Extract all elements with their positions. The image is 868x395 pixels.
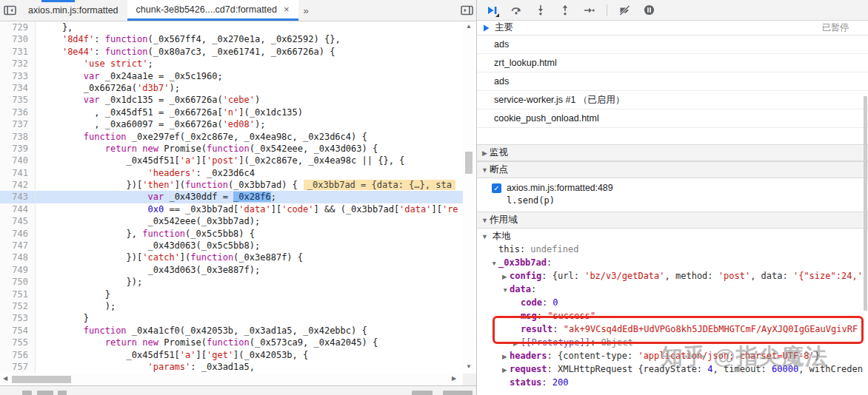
chevron-right-icon[interactable]: ▶ [502, 270, 510, 283]
code-line[interactable]: 731 '8e44': function(_0x80a7c3, _0xe6174… [0, 46, 463, 58]
code-line[interactable]: 745 _0x542eee(_0x3bb7ad); [0, 215, 463, 227]
line-number[interactable]: 736 [0, 107, 36, 118]
line-number[interactable]: 729 [0, 21, 36, 33]
line-number[interactable]: 737 [0, 118, 36, 130]
deactivate-breakpoints-icon[interactable] [617, 3, 632, 18]
chevron-right-icon[interactable]: ▶ [502, 363, 510, 376]
code-line[interactable]: 748 })['catch'](function(_0x3e887f) { [0, 251, 463, 263]
code-line[interactable]: 729 }, [0, 21, 463, 33]
resume-icon[interactable] [484, 3, 499, 18]
line-number[interactable]: 734 [0, 82, 36, 94]
line-number[interactable]: 753 [0, 312, 36, 324]
line-number[interactable]: 749 [0, 264, 36, 276]
scope-row[interactable]: ▶request: XMLHttpRequest {readyState: 4,… [477, 362, 868, 376]
step-out-icon[interactable] [558, 3, 572, 18]
code-line[interactable]: 744 0x0 == _0x3bb7ad['data']['code'] && … [0, 203, 463, 215]
scope-row[interactable]: this: undefined [477, 243, 868, 256]
scope-row[interactable]: ▼data: [477, 283, 868, 296]
line-number[interactable]: 748 [0, 251, 36, 263]
code-line[interactable]: 734 _0x66726a('d3b7'); [0, 82, 463, 94]
code-line[interactable]: 735 var _0x1dc135 = _0x66726a('cebe') [0, 94, 463, 106]
line-number[interactable]: 747 [0, 240, 36, 251]
scrollbar-thumb[interactable] [465, 152, 473, 174]
code-line[interactable]: 754 function _0x4a1cf0(_0x42053b, _0x3ad… [0, 325, 463, 337]
step-over-icon[interactable] [509, 3, 524, 18]
thread-item[interactable]: ads [477, 72, 868, 91]
step-icon[interactable] [582, 3, 597, 18]
line-number[interactable]: 752 [0, 300, 36, 312]
scope-row[interactable]: ▶config: {url: 'bz/v3/getData', method: … [477, 269, 868, 283]
code-line[interactable]: 756 _0x45df51['a']['get'](_0x42053b, { [0, 349, 463, 361]
tab-axios-min-js[interactable]: axios.min.js:formatted [19, 0, 127, 21]
line-number[interactable]: 757 [0, 361, 36, 373]
scope-row[interactable]: ▶[[Prototype]]: Object [477, 336, 868, 349]
line-number[interactable]: 746 [0, 228, 36, 240]
scope-local-row[interactable]: ▼ 本地 [477, 229, 868, 243]
code-line[interactable]: 750 }); [0, 276, 463, 288]
section-breakpoints[interactable]: ▼ 断点 [477, 161, 868, 178]
section-watch[interactable]: ▶ 监视 [477, 144, 868, 161]
code-line[interactable]: 757 'params': _0x3ad1a5, [0, 361, 463, 373]
line-number[interactable]: 751 [0, 288, 36, 300]
code-line[interactable]: 749 _0x43d063(_0x3e887f); [0, 264, 463, 276]
thread-item[interactable]: cookie_push_onload.html [477, 109, 868, 128]
line-number[interactable]: 742 [0, 179, 36, 191]
code-line[interactable]: 732 'use strict'; [0, 58, 463, 70]
scroll-down-icon[interactable]: ▼ [463, 363, 475, 370]
line-number[interactable]: 754 [0, 325, 36, 337]
code-line[interactable]: 737 , _0xa60097 = _0x66726a('ed08'); [0, 118, 463, 130]
thread-item[interactable]: zrt_lookup.html [477, 54, 868, 72]
line-number[interactable]: 730 [0, 33, 36, 45]
code-line[interactable]: 736 , _0x45df51 = _0x66726a['n'](_0x1dc1… [0, 107, 463, 118]
line-number[interactable]: 735 [0, 94, 36, 106]
code-line[interactable]: 742 })['then'](function(_0x3bb7ad) {_0x3… [0, 179, 463, 191]
line-number[interactable]: 732 [0, 58, 36, 70]
thread-item[interactable]: ads [477, 36, 868, 54]
line-number[interactable]: 743 [0, 191, 36, 203]
code-line[interactable]: 752 ); [0, 300, 463, 312]
line-number[interactable]: 750 [0, 276, 36, 288]
line-number[interactable]: 756 [0, 349, 36, 361]
breakpoint-checkbox[interactable]: ✓ [492, 183, 501, 193]
show-navigator-icon[interactable] [0, 0, 19, 21]
line-number[interactable]: 733 [0, 70, 36, 82]
scope-row[interactable]: status: 200 [477, 376, 868, 389]
scroll-left-icon[interactable]: ◀ [3, 375, 7, 382]
chevron-down-icon[interactable]: ▼ [502, 283, 510, 296]
line-number[interactable]: 755 [0, 337, 36, 348]
code-line[interactable]: 733 var _0x24aa1e = _0x5c1960; [0, 70, 463, 82]
scope-row[interactable]: result: "ak+9VCsq4dEdB+UdVPGo8kh5JDEbMHG… [477, 323, 868, 336]
editor-vertical-scrollbar[interactable]: ▲ ▼ [463, 21, 475, 374]
scope-row[interactable]: msg: "success" [477, 309, 868, 323]
line-number[interactable]: 745 [0, 215, 36, 227]
step-into-icon[interactable] [533, 3, 548, 18]
line-number[interactable]: 740 [0, 155, 36, 166]
code-line[interactable]: 753 } [0, 312, 463, 324]
chevron-down-icon[interactable]: ▼ [491, 257, 498, 269]
editor-horizontal-scrollbar[interactable]: ◀ ▶ [0, 374, 463, 385]
more-tabs-icon[interactable]: » [298, 0, 314, 21]
line-number[interactable]: 741 [0, 167, 36, 179]
code-line[interactable]: 755 return new Promise(function(_0x573ca… [0, 337, 463, 348]
code-line[interactable]: 739 return new Promise(function(_0x542ee… [0, 143, 463, 155]
line-number[interactable]: 731 [0, 46, 36, 58]
show-debugger-icon[interactable] [457, 0, 476, 21]
pause-on-exceptions-icon[interactable] [641, 3, 656, 18]
scope-row[interactable]: ▼_0x3bb7ad: [477, 256, 868, 269]
scroll-right-icon[interactable]: ▶ [452, 375, 456, 382]
tab-chunk-formatted[interactable]: chunk-3e8b5426....cd7d:formatted × [127, 0, 298, 21]
code-line[interactable]: 730 '8d4f': function(_0x567ff4, _0x270e1… [0, 33, 463, 45]
line-number[interactable]: 738 [0, 131, 36, 143]
sidebar-scrollbar-thumb[interactable] [864, 96, 867, 311]
code-line[interactable]: 743 var _0x430ddf = _0x28f6; [0, 191, 463, 203]
code-line[interactable]: 738 function _0xe297ef(_0x2c867e, _0x4ea… [0, 131, 463, 143]
code-line[interactable]: 740 _0x45df51['a']['post'](_0x2c867e, _0… [0, 155, 463, 166]
scroll-up-icon[interactable]: ▲ [463, 23, 475, 30]
line-number[interactable]: 744 [0, 203, 36, 215]
section-scope[interactable]: ▼ 作用域 [477, 212, 868, 229]
code-line[interactable]: 741 'headers': _0x23d6c4 [0, 167, 463, 179]
chevron-right-icon[interactable]: ▶ [502, 350, 510, 362]
line-number[interactable]: 739 [0, 143, 36, 155]
code-editor[interactable]: 729 },730 '8d4f': function(_0x567ff4, _0… [0, 21, 463, 374]
scope-row[interactable]: code: 0 [477, 296, 868, 309]
